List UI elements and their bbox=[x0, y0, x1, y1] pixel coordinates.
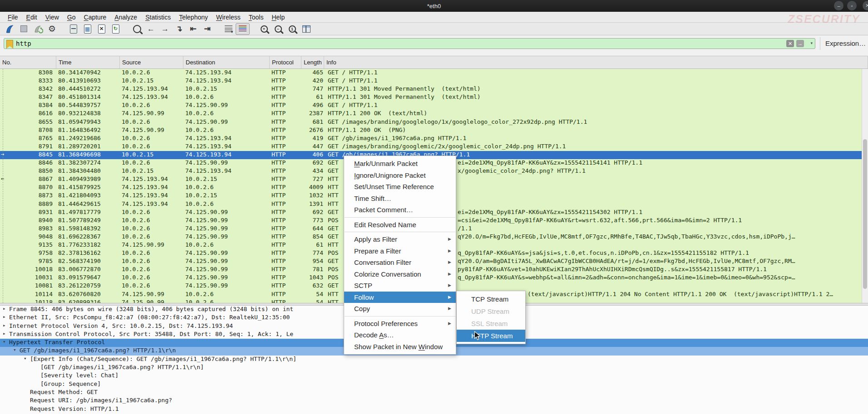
expand-toggle-icon[interactable]: ▸ bbox=[3, 322, 6, 328]
minimize-button[interactable]: – bbox=[834, 1, 843, 10]
context-menu-item-copy[interactable]: Copy▶ bbox=[344, 303, 456, 315]
capture-options-icon[interactable]: ⚙ bbox=[45, 23, 59, 35]
context-menu-item-edit-resolved-name[interactable]: Edit Resolved Name bbox=[344, 219, 456, 231]
apply-filter-icon[interactable]: → bbox=[796, 40, 804, 47]
detail-row[interactable]: Request Version: HTTP/1.1 bbox=[0, 405, 868, 414]
context-menu-item-decode-as[interactable]: Decode As… bbox=[344, 329, 456, 341]
expand-toggle-icon[interactable]: ▸ bbox=[3, 306, 6, 312]
filter-bookmark-icon[interactable] bbox=[6, 40, 13, 49]
context-menu-item-apply-as-filter[interactable]: Apply as Filter▶ bbox=[344, 234, 456, 245]
info-continuation: (text/javascript)HTTP/1.1 204 No Content… bbox=[528, 291, 833, 297]
packet-list-scrollbar[interactable] bbox=[862, 69, 868, 303]
packet-row[interactable]: 876581.24921968610.0.2.674.125.193.94HTT… bbox=[0, 135, 862, 143]
menu-capture[interactable]: Capture bbox=[80, 14, 111, 21]
go-to-packet-icon[interactable]: ↴ bbox=[172, 23, 186, 35]
window-title: *eth0 bbox=[427, 3, 441, 10]
stop-capture-icon[interactable] bbox=[17, 23, 31, 35]
context-menu-item-ignore-unignore-packet[interactable]: Ignore/Unignore Packet bbox=[344, 170, 456, 181]
menu-telephony[interactable]: Telephony bbox=[175, 14, 212, 21]
detail-row[interactable]: [GET /gb/images/i1_1967ca6a.png? HTTP/1.… bbox=[0, 364, 868, 372]
restart-capture-icon[interactable] bbox=[31, 23, 45, 35]
context-menu-item-time-shift[interactable]: Time Shift… bbox=[344, 193, 456, 205]
save-capture-icon[interactable] bbox=[80, 23, 94, 35]
open-capture-icon[interactable] bbox=[66, 23, 80, 35]
submenu-item-udp-stream[interactable]: UDP Stream bbox=[457, 305, 525, 317]
find-packet-icon[interactable] bbox=[130, 23, 144, 35]
go-last-packet-icon[interactable]: ⇥ bbox=[200, 23, 214, 35]
menu-file[interactable]: File bbox=[4, 14, 22, 21]
main-toolbar: ⚙←→↴⇤⇥ bbox=[0, 23, 868, 35]
column-header-source[interactable]: Source bbox=[120, 56, 183, 68]
context-menu-item-sctp[interactable]: SCTP▶ bbox=[344, 280, 456, 292]
expand-toggle-icon[interactable]: ▸ bbox=[3, 331, 6, 336]
clear-filter-icon[interactable]: ✕ bbox=[786, 40, 794, 47]
context-menu-item-show-packet-in-new-window[interactable]: Show Packet in New Window bbox=[344, 341, 456, 353]
packet-row[interactable]: 830880.34147094210.0.2.674.125.193.94HTT… bbox=[0, 69, 862, 77]
resize-columns-icon[interactable] bbox=[299, 23, 313, 35]
go-forward-icon[interactable]: → bbox=[158, 23, 172, 35]
submenu-item-ssl-stream[interactable]: SSL Stream bbox=[457, 317, 525, 330]
conversation-gutter-line bbox=[3, 69, 3, 303]
context-menu-item-protocol-preferences[interactable]: Protocol Preferences▶ bbox=[344, 318, 456, 330]
packet-row[interactable]: 834780.45180131474.125.193.9410.0.2.6HTT… bbox=[0, 93, 862, 102]
packet-row[interactable]: 838480.54483975710.0.2.674.125.90.99HTTP… bbox=[0, 102, 862, 110]
submenu-arrow-icon: ▶ bbox=[448, 234, 451, 245]
detail-row[interactable]: ▾[Expert Info (Chat/Sequence): GET /gb/i… bbox=[0, 356, 868, 364]
reload-capture-icon[interactable] bbox=[108, 23, 123, 35]
column-header-protocol[interactable]: Protocol bbox=[270, 56, 301, 68]
packet-row[interactable]: 861680.93212483874.125.90.9910.0.2.6HTTP… bbox=[0, 110, 862, 118]
context-menu: Mark/Unmark PacketIgnore/Unignore Packet… bbox=[344, 156, 456, 355]
column-header-info[interactable]: Info bbox=[324, 56, 868, 68]
display-filter-field[interactable]: ✕ → ▾ bbox=[4, 38, 815, 49]
collapse-toggle-icon[interactable]: ▾ bbox=[24, 356, 27, 361]
context-menu-item-mark-unmark-packet[interactable]: Mark/Unmark Packet bbox=[344, 158, 456, 170]
menu-edit[interactable]: Edit bbox=[22, 14, 41, 21]
collapse-toggle-icon[interactable]: ▾ bbox=[3, 339, 6, 345]
detail-row[interactable]: Request Method: GET bbox=[0, 389, 868, 397]
go-first-packet-icon[interactable]: ⇤ bbox=[186, 23, 200, 35]
zoom-out-icon[interactable] bbox=[271, 23, 285, 35]
expand-toggle-icon[interactable]: ▸ bbox=[3, 314, 6, 320]
packet-row[interactable]: 833380.41391069310.0.2.1574.125.193.94HT… bbox=[0, 77, 862, 85]
close-button[interactable]: ✕ bbox=[863, 1, 868, 10]
zoom-in-icon[interactable] bbox=[257, 23, 271, 35]
submenu-item-tcp-stream[interactable]: TCP Stream bbox=[457, 293, 525, 305]
packet-row[interactable]: 870881.16483649274.125.90.9910.0.2.6HTTP… bbox=[0, 127, 862, 135]
context-menu-item-colorize-conversation[interactable]: Colorize Conversation▶ bbox=[344, 268, 456, 280]
column-header-destination[interactable]: Destination bbox=[183, 56, 270, 68]
go-back-icon[interactable]: ← bbox=[144, 23, 158, 35]
collapse-toggle-icon[interactable]: ▾ bbox=[13, 347, 16, 353]
menu-wireless[interactable]: Wireless bbox=[212, 14, 245, 21]
detail-row[interactable]: Request URI: /gb/images/i1_1967ca6a.png? bbox=[0, 397, 868, 405]
packet-row[interactable]: 834280.44451027274.125.193.9410.0.2.15HT… bbox=[0, 85, 862, 93]
detail-row[interactable]: [Group: Sequence] bbox=[0, 380, 868, 389]
column-header-no[interactable]: No. bbox=[0, 56, 56, 68]
colorize-packets-icon[interactable] bbox=[236, 23, 250, 35]
expression-button[interactable]: Expression… bbox=[825, 39, 866, 47]
column-header-length[interactable]: Length bbox=[301, 56, 324, 68]
auto-scroll-icon[interactable] bbox=[222, 23, 236, 35]
context-menu-item-set-unset-time-reference[interactable]: Set/Unset Time Reference bbox=[344, 181, 456, 193]
packet-row[interactable]: 865581.05947994310.0.2.674.125.90.99HTTP… bbox=[0, 118, 862, 127]
packet-row[interactable]: 879181.28972020110.0.2.674.125.193.94HTT… bbox=[0, 143, 862, 151]
context-menu-item-prepare-a-filter[interactable]: Prepare a Filter▶ bbox=[344, 245, 456, 257]
display-filter-input[interactable] bbox=[16, 39, 724, 49]
menu-tools[interactable]: Tools bbox=[245, 14, 268, 21]
maximize-button[interactable]: ▫ bbox=[847, 1, 857, 10]
menu-view[interactable]: View bbox=[41, 14, 63, 21]
scrollbar-thumb[interactable] bbox=[863, 139, 867, 289]
context-menu-item-conversation-filter[interactable]: Conversation Filter▶ bbox=[344, 257, 456, 268]
close-capture-icon[interactable] bbox=[94, 23, 108, 35]
submenu-item-http-stream[interactable]: HTTP Stream bbox=[457, 330, 525, 342]
menu-analyze[interactable]: Analyze bbox=[110, 14, 141, 21]
menu-statistics[interactable]: Statistics bbox=[141, 14, 175, 21]
menu-go[interactable]: Go bbox=[63, 14, 80, 21]
filter-dropdown-icon[interactable]: ▾ bbox=[810, 41, 813, 45]
context-menu-item-follow[interactable]: Follow▶ bbox=[344, 292, 456, 303]
menu-help[interactable]: Help bbox=[267, 14, 289, 21]
zoom-original-icon[interactable] bbox=[285, 23, 299, 35]
start-capture-icon[interactable] bbox=[3, 23, 17, 35]
context-menu-item-packet-comment[interactable]: Packet Comment… bbox=[344, 204, 456, 216]
detail-row[interactable]: [Severity level: Chat] bbox=[0, 372, 868, 380]
column-header-time[interactable]: Time bbox=[56, 56, 120, 68]
